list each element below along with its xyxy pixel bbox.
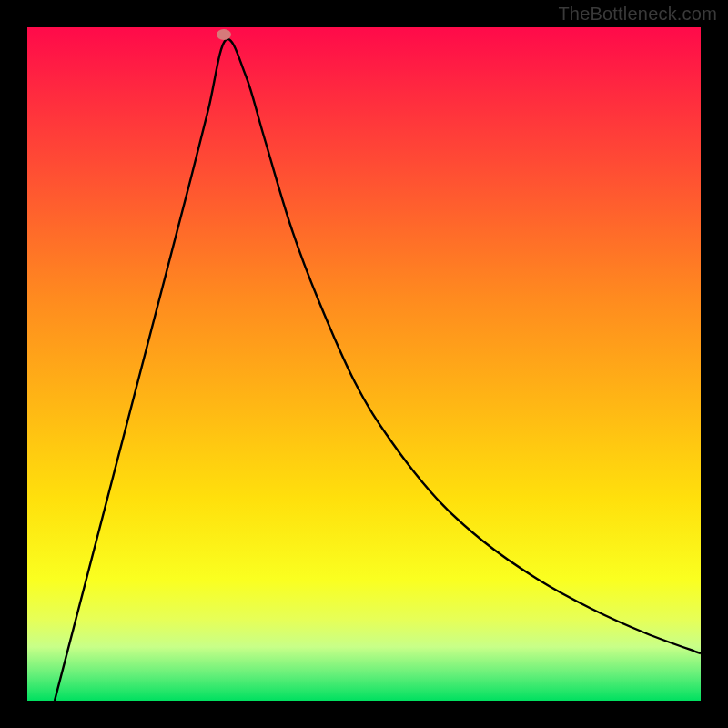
chart-frame: TheBottleneck.com (0, 0, 728, 728)
attribution-text: TheBottleneck.com (558, 4, 717, 25)
bottleneck-curve (27, 27, 701, 701)
optimum-marker (217, 29, 231, 40)
plot-area (27, 27, 701, 701)
